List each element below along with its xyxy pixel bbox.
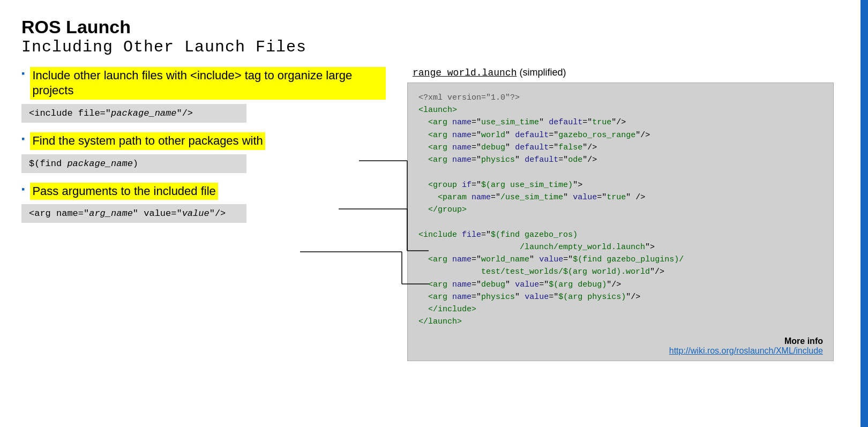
- code-line-13: test/test_worlds/$(arg world).world"/>: [418, 266, 822, 278]
- bullet-row-1: ▪ Include other launch files with <inclu…: [21, 67, 386, 100]
- file-label: range_world.launch (simplified): [407, 67, 834, 78]
- code-line-15: <arg name="physics" value="$(arg physics…: [418, 291, 822, 303]
- code-line-1: <?xml version="1.0"?>: [418, 92, 822, 104]
- code-line-blank2: [418, 216, 822, 228]
- code-box-1: <include file="package_name"/>: [21, 104, 246, 123]
- bullet-row-2: ▪ Find the system path to other packages…: [21, 132, 386, 150]
- code-line-6: <arg name="physics" default="ode"/>: [418, 154, 822, 166]
- page-container: ROS Launch Including Other Launch Files …: [0, 0, 860, 427]
- code-line-9: </group>: [418, 204, 822, 216]
- code-line-5: <arg name="debug" default="false"/>: [418, 141, 822, 154]
- bullet-marker-1: ▪: [21, 68, 25, 79]
- code-line-12: <arg name="world_name" value="$(find gaz…: [418, 253, 822, 266]
- simplified-label: (simplified): [519, 67, 566, 78]
- sub-title: Including Other Launch Files: [21, 38, 834, 56]
- right-panel: range_world.launch (simplified) <?xml ve…: [407, 67, 834, 361]
- code-box-2: $(find package_name): [21, 154, 246, 173]
- code-line-blank1: [418, 166, 822, 178]
- header-section: ROS Launch Including Other Launch Files: [21, 16, 834, 56]
- bullet-item-2: ▪ Find the system path to other packages…: [21, 132, 386, 173]
- code-line-11: /launch/empty_world.launch">: [418, 241, 822, 253]
- more-info-link[interactable]: http://wiki.ros.org/roslaunch/XML/includ…: [669, 346, 823, 356]
- code-line-2: <launch>: [418, 104, 822, 116]
- code-line-8: <param name="/use_sim_time" value="true"…: [418, 191, 822, 204]
- filename-label: range_world.launch: [413, 68, 517, 78]
- bullet-text-2: Find the system path to other packages w…: [30, 132, 265, 150]
- code-line-17: </launch>: [418, 316, 822, 328]
- code-line-3: <arg name="use_sim_time" default="true"/…: [418, 116, 822, 129]
- bullet-text-3: Pass arguments to the included file: [30, 183, 218, 200]
- left-panel: ▪ Include other launch files with <inclu…: [21, 67, 386, 361]
- code-panel: <?xml version="1.0"?> <launch> <arg name…: [407, 83, 834, 361]
- code-box-3: <arg name="arg_name" value="value"/>: [21, 204, 246, 223]
- more-info-section: More info http://wiki.ros.org/roslaunch/…: [669, 336, 823, 356]
- bullet-text-1: Include other launch files with <include…: [30, 67, 386, 100]
- bullet-row-3: ▪ Pass arguments to the included file: [21, 183, 386, 200]
- bullet-marker-2: ▪: [21, 133, 25, 145]
- code-line-7: <group if="$(arg use_sim_time)">: [418, 179, 822, 191]
- bullet-marker-3: ▪: [21, 184, 25, 195]
- main-title: ROS Launch: [21, 16, 834, 38]
- more-info-label: More info: [669, 336, 823, 346]
- blue-accent-bar: [860, 0, 868, 427]
- content-layout: ▪ Include other launch files with <inclu…: [21, 67, 834, 361]
- code-line-14: <arg name="debug" value="$(arg debug)"/>: [418, 279, 822, 291]
- code-line-4: <arg name="world" default="gazebo_ros_ra…: [418, 129, 822, 141]
- bullet-item-3: ▪ Pass arguments to the included file <a…: [21, 183, 386, 223]
- code-line-16: </include>: [418, 303, 822, 316]
- bullet-item-1: ▪ Include other launch files with <inclu…: [21, 67, 386, 123]
- code-line-10: <include file="$(find gazebo_ros): [418, 229, 822, 241]
